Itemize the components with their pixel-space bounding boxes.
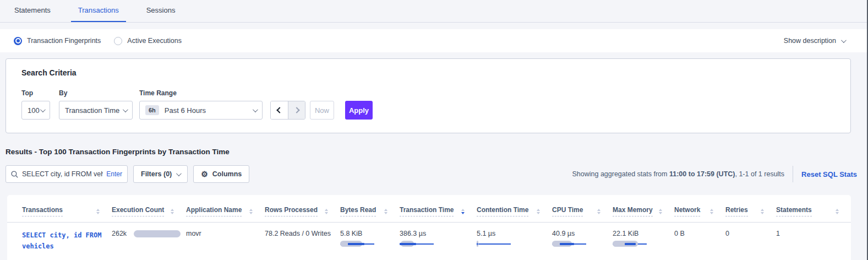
- bytes-read-minichart: [340, 241, 392, 247]
- show-description-label: Show description: [784, 37, 836, 45]
- search-criteria-title: Search Criteria: [21, 68, 835, 77]
- col-label: Network: [674, 206, 700, 216]
- radio-label: Active Executions: [127, 37, 182, 45]
- radio-active-executions[interactable]: Active Executions: [114, 37, 182, 45]
- tab-transactions[interactable]: Transactions: [71, 6, 126, 22]
- results-table-card: Transactions Execution Count Application…: [7, 195, 851, 260]
- results-controls-row: Enter Filters (0) ⚙ Columns Showing aggr…: [6, 165, 857, 183]
- col-header-rows-processed[interactable]: Rows Processed: [265, 202, 340, 223]
- cell-contention-time: 5.1 µs: [477, 223, 552, 260]
- reset-sql-stats-link[interactable]: Reset SQL Stats: [801, 170, 857, 178]
- cell-retries: 0: [725, 223, 776, 260]
- radio-transaction-fingerprints[interactable]: Transaction Fingerprints: [14, 37, 101, 45]
- col-header-statements[interactable]: Statements: [776, 202, 851, 223]
- chevron-down-icon: [123, 107, 128, 112]
- table-header-row: Transactions Execution Count Application…: [7, 202, 851, 223]
- radio-selected-icon[interactable]: [14, 37, 22, 45]
- tab-bar: Statements Transactions Sessions: [0, 0, 868, 23]
- col-label: Contention Time: [477, 206, 528, 216]
- col-header-retries[interactable]: Retries: [725, 202, 776, 223]
- columns-button[interactable]: ⚙ Columns: [193, 165, 249, 183]
- top-select[interactable]: 100: [21, 101, 50, 120]
- col-label: CPU Time: [552, 206, 583, 216]
- cell-cpu-time: 40.9 µs: [552, 223, 613, 260]
- stats-time-range: 11:00 to 17:59 (UTC): [669, 170, 735, 178]
- cell-transactions: SELECT city, id FROM vehicles: [7, 223, 112, 260]
- sort-icon[interactable]: [836, 209, 839, 214]
- next-time-button[interactable]: [288, 101, 305, 119]
- sort-icon[interactable]: [96, 209, 100, 214]
- transactions-table: Transactions Execution Count Application…: [7, 202, 851, 260]
- col-header-contention-time[interactable]: Contention Time: [477, 202, 552, 223]
- tab-sessions[interactable]: Sessions: [139, 6, 183, 22]
- by-select[interactable]: Transaction Time: [59, 101, 133, 120]
- cell-statements: 1: [776, 223, 851, 260]
- network-value: 0 B: [674, 230, 685, 237]
- by-select-value: Transaction Time: [65, 106, 119, 115]
- sort-icon[interactable]: [384, 209, 387, 214]
- sort-icon[interactable]: [171, 209, 174, 214]
- tab-statements[interactable]: Statements: [7, 6, 58, 22]
- columns-label: Columns: [212, 170, 242, 178]
- col-header-transaction-time[interactable]: Transaction Time: [400, 202, 477, 223]
- time-range-field: Time Range 6h Past 6 Hours: [139, 89, 270, 120]
- cell-application-name: movr: [186, 223, 265, 260]
- application-name-value: movr: [186, 230, 201, 237]
- cell-execution-count: 262k: [112, 223, 186, 260]
- execution-count-bar: [134, 230, 181, 237]
- col-header-execution-count[interactable]: Execution Count: [112, 202, 186, 223]
- stats-prefix: Showing aggregated stats from: [572, 170, 669, 178]
- chevron-down-icon: [253, 107, 258, 112]
- chevron-down-icon: [176, 171, 182, 176]
- cell-transaction-time: 386.3 µs: [400, 223, 477, 260]
- search-criteria-card: Search Criteria Top 100 By Transaction T…: [6, 58, 851, 133]
- time-pagination-group: [270, 101, 305, 120]
- enter-hint: Enter: [106, 170, 122, 178]
- stats-suffix: , 1-1 of 1 results: [735, 170, 784, 178]
- by-label: By: [59, 89, 139, 97]
- statements-value: 1: [776, 230, 780, 237]
- sort-icon[interactable]: [537, 209, 540, 214]
- time-range-badge: 6h: [145, 105, 159, 115]
- contention-time-minichart: [477, 241, 544, 247]
- previous-time-button[interactable]: [271, 101, 288, 119]
- col-label: Retries: [725, 206, 748, 216]
- col-header-bytes-read[interactable]: Bytes Read: [340, 202, 400, 223]
- col-label: Bytes Read: [340, 206, 376, 216]
- col-header-cpu-time[interactable]: CPU Time: [552, 202, 613, 223]
- retries-value: 0: [725, 230, 729, 237]
- apply-button[interactable]: Apply: [345, 101, 373, 120]
- radio-unselected-icon[interactable]: [114, 37, 122, 45]
- sql-search-box[interactable]: Enter: [6, 165, 128, 183]
- cell-rows-processed: 78.2 Reads / 0 Writes: [265, 223, 340, 260]
- transaction-time-minichart: [400, 241, 469, 247]
- view-toggle-bar: Transaction Fingerprints Active Executio…: [0, 29, 868, 52]
- sort-icon-active[interactable]: [461, 209, 465, 214]
- table-row: SELECT city, id FROM vehicles 262k movr …: [7, 223, 851, 260]
- col-header-network[interactable]: Network: [674, 202, 725, 223]
- col-header-transactions[interactable]: Transactions: [7, 202, 112, 223]
- col-label: Statements: [776, 206, 812, 216]
- top-label: Top: [21, 89, 59, 97]
- col-header-max-memory[interactable]: Max Memory: [613, 202, 674, 223]
- cpu-time-minichart: [552, 241, 605, 247]
- sort-icon[interactable]: [597, 209, 600, 214]
- sort-icon[interactable]: [325, 209, 328, 214]
- now-button[interactable]: Now: [310, 101, 334, 120]
- transaction-fingerprint-link[interactable]: SELECT city, id FROM vehicles: [22, 230, 104, 252]
- sort-icon[interactable]: [710, 209, 713, 214]
- sort-icon[interactable]: [761, 209, 764, 214]
- sort-icon[interactable]: [659, 209, 662, 214]
- time-range-select[interactable]: 6h Past 6 Hours: [139, 101, 263, 120]
- sql-search-input[interactable]: [22, 170, 103, 178]
- bytes-read-value: 5.8 KiB: [340, 230, 362, 237]
- sort-icon[interactable]: [249, 209, 253, 214]
- gear-icon: ⚙: [201, 170, 208, 178]
- col-label: Max Memory: [613, 206, 653, 216]
- cpu-time-value: 40.9 µs: [552, 230, 575, 237]
- filters-button[interactable]: Filters (0): [133, 165, 188, 183]
- aggregated-stats-text: Showing aggregated stats from 11:00 to 1…: [572, 170, 784, 178]
- show-description-toggle[interactable]: Show description: [784, 37, 845, 45]
- col-header-application-name[interactable]: Application Name: [186, 202, 265, 223]
- col-label: Execution Count: [112, 206, 164, 216]
